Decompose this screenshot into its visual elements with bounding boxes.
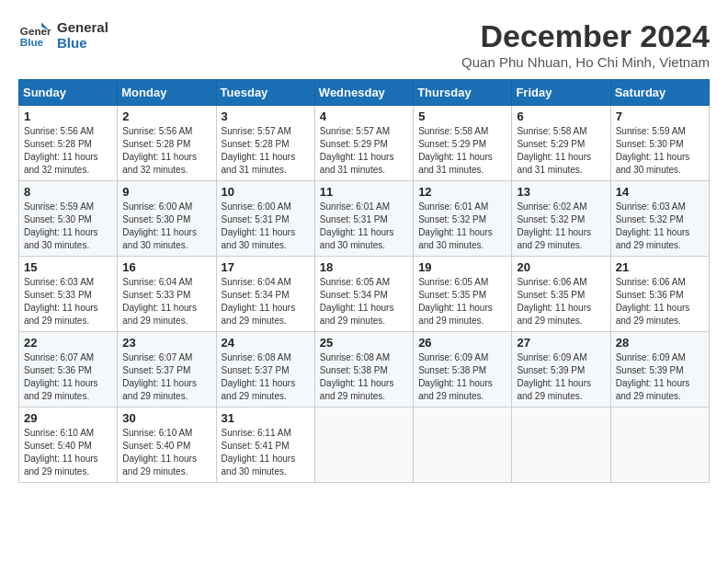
calendar-cell: 22Sunrise: 6:07 AM Sunset: 5:36 PM Dayli… [19, 332, 118, 408]
day-info: Sunrise: 5:57 AM Sunset: 5:28 PM Dayligh… [222, 125, 310, 177]
day-info: Sunrise: 6:04 AM Sunset: 5:34 PM Dayligh… [222, 276, 310, 327]
day-info: Sunrise: 6:09 AM Sunset: 5:39 PM Dayligh… [616, 351, 704, 403]
day-info: Sunrise: 6:05 AM Sunset: 5:34 PM Dayligh… [320, 276, 408, 327]
day-number: 27 [517, 336, 605, 350]
day-info: Sunrise: 5:58 AM Sunset: 5:29 PM Dayligh… [517, 125, 605, 177]
calendar-cell: 26Sunrise: 6:09 AM Sunset: 5:38 PM Dayli… [414, 332, 512, 408]
day-number: 21 [616, 260, 704, 274]
day-number: 8 [24, 185, 112, 199]
day-info: Sunrise: 6:10 AM Sunset: 5:40 PM Dayligh… [122, 427, 210, 478]
weekday-header-saturday: Saturday [610, 80, 709, 106]
calendar-week-row: 29Sunrise: 6:10 AM Sunset: 5:40 PM Dayli… [19, 408, 710, 483]
day-number: 31 [222, 411, 310, 425]
day-number: 17 [222, 260, 310, 274]
day-info: Sunrise: 5:59 AM Sunset: 5:30 PM Dayligh… [24, 201, 112, 252]
calendar-cell: 8Sunrise: 5:59 AM Sunset: 5:30 PM Daylig… [19, 181, 118, 257]
day-info: Sunrise: 6:04 AM Sunset: 5:33 PM Dayligh… [122, 276, 210, 327]
day-number: 7 [616, 109, 704, 123]
day-number: 15 [24, 260, 112, 274]
day-info: Sunrise: 6:09 AM Sunset: 5:38 PM Dayligh… [418, 351, 506, 403]
location-subtitle: Quan Phu Nhuan, Ho Chi Minh, Vietnam [461, 54, 710, 70]
day-number: 11 [320, 185, 408, 199]
weekday-header-wednesday: Wednesday [314, 80, 413, 106]
day-info: Sunrise: 6:03 AM Sunset: 5:33 PM Dayligh… [24, 276, 112, 327]
day-info: Sunrise: 6:00 AM Sunset: 5:31 PM Dayligh… [222, 201, 310, 252]
day-number: 19 [418, 260, 506, 274]
weekday-header-friday: Friday [512, 80, 610, 106]
day-number: 28 [616, 336, 704, 350]
day-number: 5 [418, 109, 506, 123]
day-number: 22 [24, 336, 112, 350]
day-info: Sunrise: 6:03 AM Sunset: 5:32 PM Dayligh… [616, 201, 704, 252]
svg-text:Blue: Blue [20, 36, 44, 48]
day-info: Sunrise: 6:10 AM Sunset: 5:40 PM Dayligh… [24, 427, 112, 478]
calendar-cell: 2Sunrise: 5:56 AM Sunset: 5:28 PM Daylig… [118, 106, 216, 181]
day-info: Sunrise: 6:07 AM Sunset: 5:36 PM Dayligh… [24, 351, 112, 403]
calendar-cell: 18Sunrise: 6:05 AM Sunset: 5:34 PM Dayli… [314, 257, 413, 332]
day-info: Sunrise: 5:59 AM Sunset: 5:30 PM Dayligh… [616, 125, 704, 177]
calendar-week-row: 22Sunrise: 6:07 AM Sunset: 5:36 PM Dayli… [19, 332, 710, 408]
day-number: 16 [122, 260, 210, 274]
calendar-cell: 11Sunrise: 6:01 AM Sunset: 5:31 PM Dayli… [314, 181, 413, 257]
general-blue-logo-icon: General Blue [18, 18, 51, 52]
day-info: Sunrise: 6:09 AM Sunset: 5:39 PM Dayligh… [517, 351, 605, 403]
calendar-week-row: 8Sunrise: 5:59 AM Sunset: 5:30 PM Daylig… [19, 181, 710, 257]
calendar-cell: 31Sunrise: 6:11 AM Sunset: 5:41 PM Dayli… [216, 408, 314, 483]
page-header: General Blue General Blue December 2024 … [18, 18, 710, 70]
calendar-cell: 6Sunrise: 5:58 AM Sunset: 5:29 PM Daylig… [512, 106, 610, 181]
day-info: Sunrise: 6:05 AM Sunset: 5:35 PM Dayligh… [418, 276, 506, 327]
day-info: Sunrise: 6:06 AM Sunset: 5:36 PM Dayligh… [616, 276, 704, 327]
title-area: December 2024 Quan Phu Nhuan, Ho Chi Min… [461, 18, 710, 70]
weekday-header-thursday: Thursday [414, 80, 512, 106]
day-info: Sunrise: 6:11 AM Sunset: 5:41 PM Dayligh… [222, 427, 310, 478]
calendar-cell: 3Sunrise: 5:57 AM Sunset: 5:28 PM Daylig… [216, 106, 314, 181]
day-number: 29 [24, 411, 112, 425]
day-number: 1 [24, 109, 112, 123]
calendar-cell: 4Sunrise: 5:57 AM Sunset: 5:29 PM Daylig… [314, 106, 413, 181]
calendar-cell: 28Sunrise: 6:09 AM Sunset: 5:39 PM Dayli… [610, 332, 709, 408]
calendar-cell [314, 408, 413, 483]
logo: General Blue General Blue [18, 18, 108, 52]
day-info: Sunrise: 5:57 AM Sunset: 5:29 PM Dayligh… [320, 125, 408, 177]
weekday-header-tuesday: Tuesday [216, 80, 314, 106]
calendar-table: SundayMondayTuesdayWednesdayThursdayFrid… [18, 79, 710, 483]
calendar-cell: 15Sunrise: 6:03 AM Sunset: 5:33 PM Dayli… [19, 257, 118, 332]
logo-text: General Blue [57, 19, 108, 51]
calendar-cell [414, 408, 512, 483]
calendar-cell: 27Sunrise: 6:09 AM Sunset: 5:39 PM Dayli… [512, 332, 610, 408]
calendar-cell: 16Sunrise: 6:04 AM Sunset: 5:33 PM Dayli… [118, 257, 216, 332]
calendar-cell: 23Sunrise: 6:07 AM Sunset: 5:37 PM Dayli… [118, 332, 216, 408]
day-info: Sunrise: 6:02 AM Sunset: 5:32 PM Dayligh… [517, 201, 605, 252]
calendar-cell: 25Sunrise: 6:08 AM Sunset: 5:38 PM Dayli… [314, 332, 413, 408]
weekday-header-row: SundayMondayTuesdayWednesdayThursdayFrid… [19, 80, 710, 106]
calendar-week-row: 1Sunrise: 5:56 AM Sunset: 5:28 PM Daylig… [19, 106, 710, 181]
calendar-cell: 20Sunrise: 6:06 AM Sunset: 5:35 PM Dayli… [512, 257, 610, 332]
day-info: Sunrise: 5:58 AM Sunset: 5:29 PM Dayligh… [418, 125, 506, 177]
calendar-cell: 30Sunrise: 6:10 AM Sunset: 5:40 PM Dayli… [118, 408, 216, 483]
calendar-cell: 12Sunrise: 6:01 AM Sunset: 5:32 PM Dayli… [414, 181, 512, 257]
day-info: Sunrise: 6:07 AM Sunset: 5:37 PM Dayligh… [122, 351, 210, 403]
day-number: 30 [122, 411, 210, 425]
calendar-cell: 24Sunrise: 6:08 AM Sunset: 5:37 PM Dayli… [216, 332, 314, 408]
day-number: 9 [122, 185, 210, 199]
calendar-cell: 7Sunrise: 5:59 AM Sunset: 5:30 PM Daylig… [610, 106, 709, 181]
day-number: 14 [616, 185, 704, 199]
day-number: 26 [418, 336, 506, 350]
day-number: 25 [320, 336, 408, 350]
day-info: Sunrise: 5:56 AM Sunset: 5:28 PM Dayligh… [24, 125, 112, 177]
day-info: Sunrise: 6:06 AM Sunset: 5:35 PM Dayligh… [517, 276, 605, 327]
day-info: Sunrise: 6:01 AM Sunset: 5:32 PM Dayligh… [418, 201, 506, 252]
day-number: 10 [222, 185, 310, 199]
day-number: 12 [418, 185, 506, 199]
day-info: Sunrise: 6:08 AM Sunset: 5:38 PM Dayligh… [320, 351, 408, 403]
day-number: 2 [122, 109, 210, 123]
calendar-cell: 29Sunrise: 6:10 AM Sunset: 5:40 PM Dayli… [19, 408, 118, 483]
day-number: 24 [222, 336, 310, 350]
calendar-cell: 1Sunrise: 5:56 AM Sunset: 5:28 PM Daylig… [19, 106, 118, 181]
calendar-cell: 21Sunrise: 6:06 AM Sunset: 5:36 PM Dayli… [610, 257, 709, 332]
day-info: Sunrise: 6:08 AM Sunset: 5:37 PM Dayligh… [222, 351, 310, 403]
day-number: 6 [517, 109, 605, 123]
calendar-cell: 19Sunrise: 6:05 AM Sunset: 5:35 PM Dayli… [414, 257, 512, 332]
calendar-cell: 14Sunrise: 6:03 AM Sunset: 5:32 PM Dayli… [610, 181, 709, 257]
calendar-cell [512, 408, 610, 483]
